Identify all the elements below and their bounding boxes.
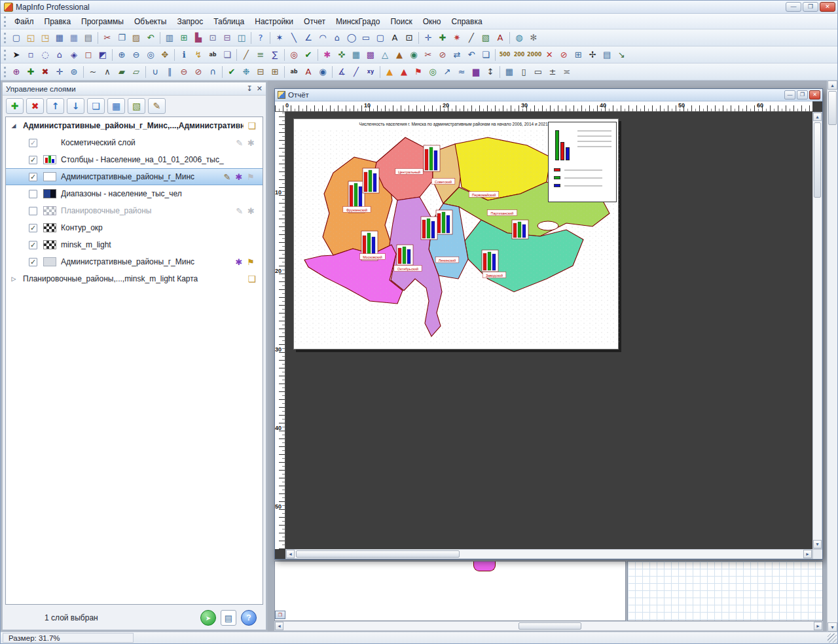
- layer-autolabel-icon[interactable]: ✱: [247, 206, 255, 216]
- scale-2000-button[interactable]: 2000: [526, 48, 542, 62]
- layer-autolabel-icon[interactable]: ✱: [235, 257, 242, 267]
- layer-row-minsk-m-light[interactable]: ✓minsk_m_light: [6, 236, 263, 253]
- grid-settings-button[interactable]: ▦: [502, 65, 517, 79]
- ruler-tool-button[interactable]: ╱: [239, 48, 253, 62]
- cut-button[interactable]: ✂: [100, 31, 115, 45]
- mdi-hscrollbar[interactable]: ◄ ►: [274, 621, 823, 631]
- north-arrow-button[interactable]: ✢: [585, 48, 600, 62]
- open-table-button[interactable]: ◱: [24, 31, 38, 45]
- text-style-button[interactable]: A: [493, 31, 507, 45]
- print-window-button[interactable]: ▤: [81, 31, 96, 45]
- paste-button[interactable]: ▨: [129, 31, 143, 45]
- layer-row-ranges-theme[interactable]: Диапазоны - население_тыс_чел: [6, 185, 263, 202]
- layer-row-kontur-okr[interactable]: ✓Контур_окр: [6, 219, 263, 236]
- polyline-tool-button[interactable]: ∠: [301, 31, 316, 45]
- clean-objects-button[interactable]: ❉: [239, 65, 253, 79]
- menu-item-1[interactable]: Файл: [9, 15, 39, 28]
- layer-edit-icon[interactable]: ✎: [236, 138, 243, 148]
- overlay-objects-button[interactable]: ∩: [206, 65, 220, 79]
- horizontal-ruler-button[interactable]: ▭: [531, 65, 545, 79]
- sort-objects-button[interactable]: ↕: [483, 65, 498, 79]
- layer-checkbox-cosmetic[interactable]: ✓: [29, 139, 37, 147]
- menu-item-5[interactable]: Запрос: [172, 15, 208, 28]
- drag-map-window-button[interactable]: ❏: [220, 48, 234, 62]
- hotlink-button[interactable]: ↯: [191, 48, 206, 62]
- scale-off-button[interactable]: ✕: [542, 48, 556, 62]
- layer-checkbox-minsk-m-light[interactable]: ✓: [29, 241, 37, 249]
- select-button[interactable]: ➤: [9, 48, 24, 62]
- adjust-values-button[interactable]: ±: [545, 65, 560, 79]
- layers-list-button[interactable]: ▤: [221, 610, 236, 626]
- report-titlebar[interactable]: Отчёт — ❐ ✕: [275, 89, 822, 101]
- reshape-tool-button[interactable]: ✛: [421, 31, 435, 45]
- zoom-out-button[interactable]: ⊖: [129, 48, 143, 62]
- histogram-tool-button[interactable]: ▆: [469, 65, 483, 79]
- previous-view-button[interactable]: ↶: [464, 48, 479, 62]
- radius-select-button[interactable]: ◌: [38, 48, 52, 62]
- layer-checkbox-planning-districts[interactable]: [29, 207, 37, 215]
- statistics-button[interactable]: ∑: [268, 48, 282, 62]
- layer-group-2[interactable]: ▷Планировочные_районы,...,minsk_m_light …: [6, 270, 263, 287]
- arc-tool-button[interactable]: ◠: [316, 31, 330, 45]
- layer-checkbox-ranges-theme[interactable]: [29, 190, 37, 198]
- boundary-select-button[interactable]: ◈: [67, 48, 81, 62]
- zoom-in-button[interactable]: ⊕: [115, 48, 129, 62]
- rectangle-tool-button[interactable]: ▭: [359, 31, 373, 45]
- mdi-vscrollbar[interactable]: ▲ ▼: [827, 80, 837, 632]
- symbol-tool-button[interactable]: ✶: [272, 31, 287, 45]
- unsmooth-line-button[interactable]: ∧: [100, 65, 115, 79]
- clip-region-button[interactable]: ✂: [421, 48, 435, 62]
- menu-item-2[interactable]: Правка: [39, 15, 77, 28]
- graph-window-button[interactable]: ◫: [234, 31, 249, 45]
- layout-canvas[interactable]: Численность населения г. Минска по админ…: [285, 112, 812, 549]
- add-layers-button[interactable]: ✚: [6, 98, 24, 114]
- assign-district-button[interactable]: ✔: [301, 48, 316, 62]
- invert-selection-button[interactable]: ◩: [96, 48, 110, 62]
- layout-page[interactable]: Численность населения г. Минска по админ…: [293, 118, 619, 349]
- close-button[interactable]: ✕: [820, 2, 835, 12]
- rounded-rect-tool-button[interactable]: ▢: [373, 31, 388, 45]
- profile-tool-button[interactable]: ≈: [454, 65, 469, 79]
- web-services-button[interactable]: ◍: [512, 31, 526, 45]
- legend-frame-button[interactable]: ▤: [600, 48, 614, 62]
- geocode-button[interactable]: ✜: [335, 48, 349, 62]
- menu-item-10[interactable]: Поиск: [385, 15, 417, 28]
- map-window-partial[interactable]: [274, 561, 626, 621]
- report-minimize-button[interactable]: —: [784, 90, 795, 99]
- layer-row-admin-districts-2[interactable]: ✓Административные_районы_г_Минс✱⚑: [6, 253, 263, 270]
- pan-button[interactable]: ✥: [158, 48, 172, 62]
- layer-tag-icon[interactable]: ⚑: [247, 257, 255, 267]
- menu-item-9[interactable]: МинскГрадо: [331, 15, 385, 28]
- marquee-select-button[interactable]: ▫: [24, 48, 38, 62]
- move-layer-down-button[interactable]: ↓: [67, 98, 84, 114]
- layer-autolabel-icon[interactable]: ✱: [247, 138, 255, 148]
- open-workspace-button[interactable]: ◳: [38, 31, 52, 45]
- save-workspace-button[interactable]: ▦: [67, 31, 81, 45]
- report-restore-button[interactable]: ❐: [797, 90, 808, 99]
- delete-node-button[interactable]: ✖: [38, 65, 52, 79]
- sync-windows-button[interactable]: ⇄: [450, 48, 464, 62]
- layer-tag-icon[interactable]: ⚑: [247, 172, 255, 182]
- autolabel-button[interactable]: ab: [287, 65, 301, 79]
- remove-layers-button[interactable]: ✖: [26, 98, 44, 114]
- help-button[interactable]: ?: [241, 610, 257, 626]
- layer-row-admin-districts[interactable]: ✓Административные_районы_г_Минс✎✱⚑: [6, 168, 263, 185]
- layer-group-1[interactable]: ◢Административные_районы_г_Минс,...,Адми…: [6, 117, 263, 134]
- create-points-button[interactable]: ✱: [320, 48, 335, 62]
- measure-area-button[interactable]: ∡: [335, 65, 349, 79]
- minimized-window-icon[interactable]: ❐: [275, 611, 285, 619]
- report-vscrollbar[interactable]: ▲ ▼: [812, 112, 822, 549]
- layer-row-planning-districts[interactable]: Планировочные_районы✎✱: [6, 202, 263, 219]
- erase-inside-button[interactable]: ⊖: [177, 65, 191, 79]
- show-legend-button[interactable]: ≡: [253, 48, 268, 62]
- thematic-map-button[interactable]: ▩: [363, 48, 378, 62]
- set-target-district-button[interactable]: ◎: [287, 48, 301, 62]
- layer-checkbox-admin-districts-2[interactable]: ✓: [29, 258, 37, 266]
- save-table-button[interactable]: ▦: [52, 31, 67, 45]
- find-selection-button[interactable]: ◉: [316, 65, 330, 79]
- export-window-button[interactable]: ↘: [614, 48, 628, 62]
- layer-row-cosmetic[interactable]: ✓Косметический слой✎✱: [6, 134, 263, 151]
- layer-autolabel-icon[interactable]: ✱: [235, 172, 242, 182]
- menu-item-6[interactable]: Таблица: [208, 15, 249, 28]
- overlay-nodes-button[interactable]: ⊚: [67, 65, 81, 79]
